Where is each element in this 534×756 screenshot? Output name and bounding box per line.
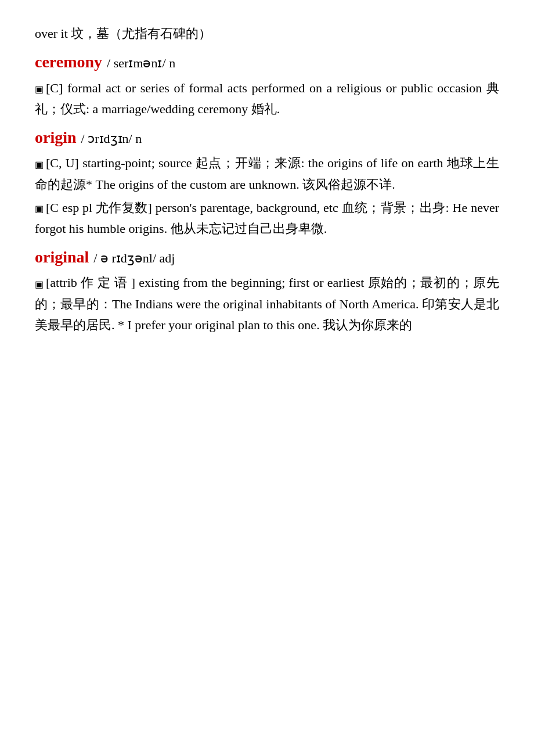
headword-ceremony: ceremony <box>35 49 102 75</box>
sense-text-ceremony-1: [C] formal act or series of formal acts … <box>35 81 499 116</box>
entry-header-origin: origin / ɔrɪdʒɪn/ n <box>35 125 499 151</box>
sense-ceremony-1: ▣[C] formal act or series of formal acts… <box>35 78 499 120</box>
entry-header-ceremony: ceremony / serɪmənɪ/ n <box>35 49 499 75</box>
sense-text-origin-1: [C, U] starting-point; source 起点；开端；来源: … <box>35 156 499 191</box>
entry-original: original / ə rɪdʒənl/ adj ▣[attrib 作 定 语… <box>35 244 499 336</box>
sense-marker: ▣ <box>35 84 44 94</box>
pronunciation-origin: / ɔrɪdʒɪn/ n <box>81 128 142 149</box>
sense-origin-2: ▣[C esp pl 尤作复数] person's parentage, bac… <box>35 197 499 240</box>
sense-text-origin-2: [C esp pl 尤作复数] person's parentage, back… <box>35 200 499 236</box>
sense-original-1: ▣[attrib 作 定 语 ] existing from the begin… <box>35 272 499 336</box>
headword-origin: origin <box>35 125 77 151</box>
entry-ceremony: ceremony / serɪmənɪ/ n ▣[C] formal act o… <box>35 49 499 120</box>
sense-marker: ▣ <box>35 160 44 170</box>
headword-original: original <box>35 244 89 271</box>
pronunciation-original: / ə rɪdʒənl/ adj <box>93 248 175 268</box>
sense-marker: ▣ <box>35 204 44 214</box>
dictionary-page: over it 坟，墓（尤指有石碑的） ceremony / serɪmənɪ/… <box>35 23 499 336</box>
entry-header-original: original / ə rɪdʒənl/ adj <box>35 244 499 271</box>
pronunciation-ceremony: / serɪmənɪ/ n <box>107 53 175 73</box>
sense-origin-1: ▣[C, U] starting-point; source 起点；开端；来源:… <box>35 153 499 195</box>
entry-origin: origin / ɔrɪdʒɪn/ n ▣[C, U] starting-poi… <box>35 125 499 240</box>
sense-marker: ▣ <box>35 279 44 289</box>
sense-text-original-1: [attrib 作 定 语 ] existing from the beginn… <box>35 275 499 332</box>
prev-entry-line: over it 坟，墓（尤指有石碑的） <box>35 23 499 44</box>
